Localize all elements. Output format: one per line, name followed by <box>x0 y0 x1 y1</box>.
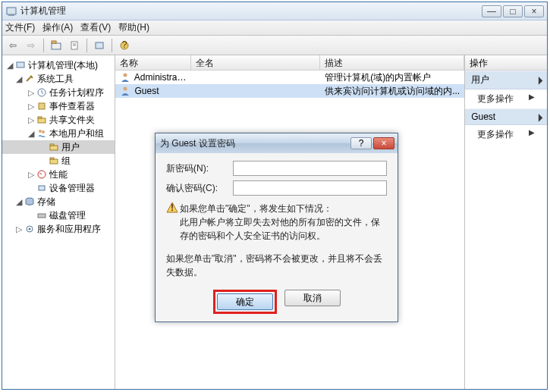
tree-groups[interactable]: 组 <box>2 154 115 168</box>
window-title: 计算机管理 <box>20 5 482 17</box>
warning-text: 如果您单击"确定"，将发生如下情况： 此用户帐户将立即失去对他的所有加密的文件，… <box>180 202 387 243</box>
toolbar-separator <box>112 39 112 52</box>
device-icon <box>36 183 48 193</box>
menu-file[interactable]: 文件(F) <box>5 21 35 34</box>
disk-icon <box>36 210 48 221</box>
actions-more-2[interactable]: 更多操作 ▶ <box>465 125 547 144</box>
actions-panel: 操作 用户 ◢ 更多操作 ▶ Guest ◢ 更多操作 ▶ <box>464 55 547 389</box>
svg-rect-2 <box>52 43 61 49</box>
back-button[interactable]: ⇦ <box>5 38 20 53</box>
tree-performance[interactable]: ▷ 性能 <box>2 168 115 181</box>
actions-more-1[interactable]: 更多操作 ▶ <box>465 89 547 108</box>
tree-storage[interactable]: ◢ 存储 <box>2 195 115 209</box>
tools-icon <box>24 74 36 84</box>
dialog-title: 为 Guest 设置密码 <box>159 137 350 150</box>
services-icon <box>24 224 36 234</box>
highlight-box: 确定 <box>213 290 277 314</box>
svg-point-26 <box>29 228 31 230</box>
forward-button[interactable]: ⇨ <box>24 38 39 53</box>
tree-task-scheduler[interactable]: ▷ 任务计划程序 <box>2 86 115 99</box>
dialog-titlebar[interactable]: 为 Guest 设置密码 ? × <box>156 133 398 153</box>
list-header: 名称 全名 描述 <box>115 55 464 71</box>
user-icon <box>120 72 130 83</box>
svg-rect-22 <box>39 186 45 190</box>
svg-rect-10 <box>17 62 24 67</box>
svg-rect-12 <box>39 103 45 109</box>
performance-icon <box>36 169 48 180</box>
up-button[interactable] <box>49 38 64 53</box>
menu-view[interactable]: 查看(V) <box>80 21 111 34</box>
actions-section-users[interactable]: 用户 ◢ <box>465 71 547 89</box>
menu-action[interactable]: 操作(A) <box>42 21 73 34</box>
properties-button[interactable] <box>67 38 82 53</box>
folder-icon <box>48 155 60 166</box>
users-icon <box>36 128 48 139</box>
svg-rect-14 <box>38 117 42 118</box>
list-row[interactable]: Guest 供来宾访问计算机或访问域的内... <box>115 84 464 98</box>
arrow-right-icon: ▶ <box>529 128 535 136</box>
col-fullname[interactable]: 全名 <box>191 55 320 70</box>
dialog-close-button[interactable]: × <box>373 137 394 149</box>
tree-disk-management[interactable]: 磁盘管理 <box>2 209 115 222</box>
new-password-input[interactable] <box>233 161 387 176</box>
svg-point-28 <box>124 87 127 91</box>
svg-rect-19 <box>50 159 58 164</box>
ok-button[interactable]: 确定 <box>217 293 273 310</box>
svg-text:!: ! <box>171 202 174 213</box>
help-button[interactable]: ? <box>117 38 132 53</box>
new-password-label: 新密码(N): <box>166 162 233 175</box>
dialog-body: 新密码(N): 确认密码(C): ! 如果您单击"确定"，将发生如下情况： 此用… <box>156 153 398 321</box>
tree-panel[interactable]: ◢ 计算机管理(本地) ◢ 系统工具 ▷ 任务计划程序 ▷ 事件查看器 ▷ <box>2 55 115 389</box>
collapse-icon: ◢ <box>533 111 542 121</box>
computer-icon <box>14 60 27 71</box>
cancel-info-text: 如果您单击"取消"，密码将不会被更改，并且将不会丢失数据。 <box>166 252 387 279</box>
app-icon <box>5 5 17 17</box>
svg-rect-18 <box>50 144 54 146</box>
confirm-password-label: 确认密码(C): <box>166 182 233 195</box>
svg-rect-13 <box>38 118 46 123</box>
maximize-button[interactable]: □ <box>503 5 523 17</box>
tree-system-tools[interactable]: ◢ 系统工具 <box>2 72 115 86</box>
warning-icon: ! <box>166 202 180 243</box>
svg-point-16 <box>42 130 45 133</box>
tree-root[interactable]: ◢ 计算机管理(本地) <box>2 58 115 72</box>
dialog-help-button[interactable]: ? <box>350 137 372 149</box>
tree-shared-folders[interactable]: ▷ 共享文件夹 <box>2 113 115 127</box>
svg-rect-0 <box>7 8 16 14</box>
folder-icon <box>36 114 48 125</box>
col-name[interactable]: 名称 <box>115 55 191 70</box>
list-row[interactable]: Administrat... 管理计算机(域)的内置帐户 <box>115 71 464 84</box>
close-button[interactable]: × <box>524 5 544 17</box>
toolbar-separator <box>43 39 44 52</box>
actions-section-guest[interactable]: Guest ◢ <box>465 108 547 125</box>
tree-local-users[interactable]: ◢ 本地用户和组 <box>2 127 115 140</box>
svg-rect-3 <box>52 41 56 43</box>
svg-text:?: ? <box>122 40 127 50</box>
refresh-button[interactable] <box>92 38 107 53</box>
svg-rect-7 <box>96 42 103 49</box>
svg-point-27 <box>124 74 127 77</box>
password-dialog: 为 Guest 设置密码 ? × 新密码(N): 确认密码(C): ! 如果您单… <box>155 133 398 322</box>
menu-help[interactable]: 帮助(H) <box>118 21 149 34</box>
tree-device-manager[interactable]: 设备管理器 <box>2 181 115 195</box>
storage-icon <box>24 196 36 207</box>
toolbar: ⇦ ⇨ ? <box>2 36 547 55</box>
tree-users[interactable]: 用户 <box>2 140 115 154</box>
svg-rect-17 <box>50 146 58 150</box>
collapse-icon: ◢ <box>533 75 542 85</box>
tree-services[interactable]: ▷ 服务和应用程序 <box>2 222 115 236</box>
folder-icon <box>48 142 60 152</box>
confirm-password-input[interactable] <box>233 180 387 196</box>
svg-point-15 <box>39 130 42 133</box>
toolbar-separator <box>86 39 87 52</box>
svg-rect-1 <box>8 14 14 16</box>
cancel-button[interactable]: 取消 <box>284 290 341 306</box>
user-icon <box>120 86 130 96</box>
event-icon <box>36 101 48 111</box>
actions-title: 操作 <box>465 55 547 71</box>
tree-event-viewer[interactable]: ▷ 事件查看器 <box>2 99 115 113</box>
col-desc[interactable]: 描述 <box>320 55 464 70</box>
arrow-right-icon: ▶ <box>529 93 535 101</box>
clock-icon <box>36 87 48 98</box>
minimize-button[interactable]: — <box>482 5 501 17</box>
